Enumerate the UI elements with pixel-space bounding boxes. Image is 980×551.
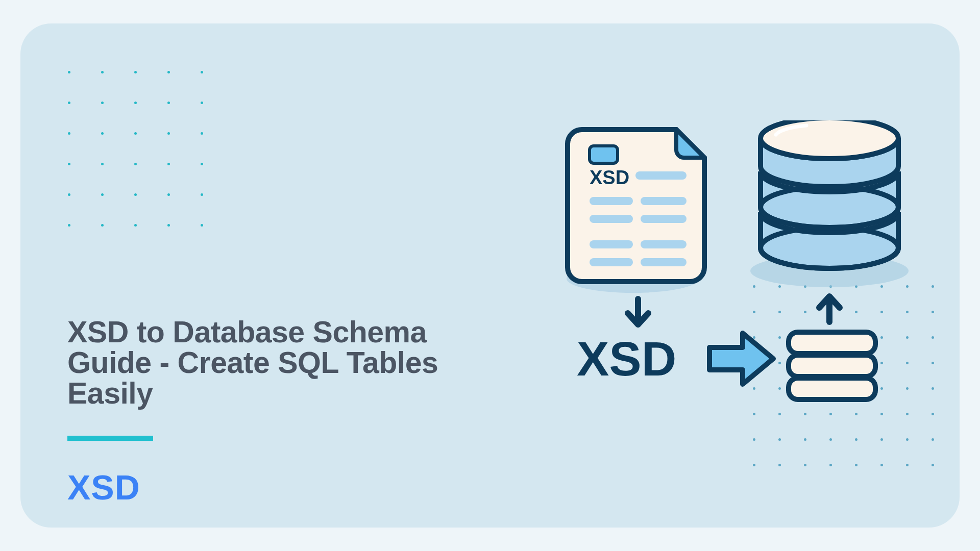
dot [101,132,104,135]
table-rows-icon [789,332,875,399]
dot [906,464,909,466]
dot [201,163,203,165]
title-underline [67,436,153,441]
brand-label: XSD [67,467,140,507]
xsd-to-db-illustration: XSD XSD [541,120,939,452]
dot [68,102,70,104]
dot [134,193,137,196]
dot [829,464,832,466]
hero-card: XSD to Database Schema Guide - Create SQ… [20,23,960,528]
svg-rect-18 [789,355,875,377]
dot [167,193,170,196]
dot [201,193,203,196]
dot [134,132,137,135]
doc-label: XSD [590,167,629,188]
dot [68,193,70,196]
svg-rect-12 [641,240,687,248]
database-icon [761,120,898,268]
dot [753,464,755,466]
xsd-document-icon: XSD [568,130,704,282]
svg-point-3 [761,120,898,159]
svg-rect-8 [641,197,687,205]
dot [101,163,104,165]
svg-rect-10 [641,215,687,223]
dot [68,224,70,227]
dot [101,224,104,227]
dot [134,224,137,227]
arrow-up-icon [819,296,840,322]
dot [804,464,806,466]
dot [880,464,883,466]
dot [134,102,137,104]
svg-rect-7 [590,197,633,205]
dot [201,224,203,227]
dot [134,163,137,165]
dot [932,464,934,466]
svg-rect-14 [641,258,687,266]
dot [68,71,70,73]
flow-label: XSD [577,332,676,386]
dot [101,102,104,104]
dot [101,71,104,73]
dot [167,224,170,227]
arrow-right-icon [709,333,773,384]
dot [167,102,170,104]
dot [855,464,857,466]
arrow-down-icon [628,299,648,324]
dot [201,71,203,73]
dot [134,71,137,73]
page-title: XSD to Database Schema Guide - Create SQ… [67,317,496,409]
dot [167,71,170,73]
dot [101,193,104,196]
dot [201,102,203,104]
svg-rect-6 [635,171,687,180]
svg-rect-9 [590,215,633,223]
dot [68,163,70,165]
svg-rect-11 [590,240,633,248]
svg-rect-5 [590,146,618,163]
svg-rect-13 [590,258,633,266]
svg-rect-19 [789,378,875,399]
svg-rect-17 [789,332,875,354]
dot [167,132,170,135]
dot [167,163,170,165]
dot [778,464,781,466]
dot [201,132,203,135]
dot [68,132,70,135]
dot-grid-top-left [68,71,203,227]
